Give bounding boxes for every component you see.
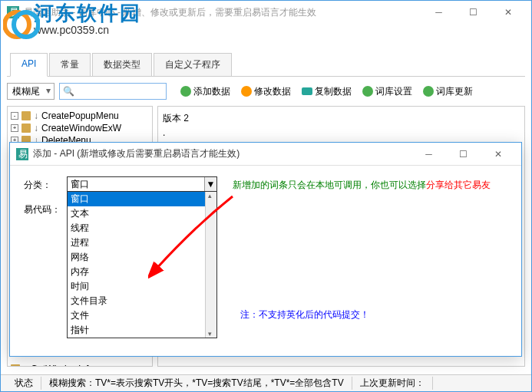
- update-button[interactable]: 词库更新: [423, 85, 473, 98]
- search-icon: 🔍: [63, 86, 74, 97]
- dropdown-option[interactable]: 窗口: [68, 192, 216, 206]
- hint-text: 新增加的词条只会在本地可调用，你也可以选择分享给其它易友: [233, 176, 491, 192]
- refresh-icon: [423, 86, 434, 97]
- tab-api[interactable]: API: [10, 53, 48, 77]
- dialog-body: 分类： 窗口 ▼ 窗口 文本 线程 进程 网络 内存 时间 文件目录 文件 指针: [10, 166, 521, 334]
- tab-custom[interactable]: 自定义子程序: [154, 53, 232, 76]
- minimize-button[interactable]: ─: [421, 2, 456, 23]
- tree-item[interactable]: +↓CreateWindowExW: [11, 122, 149, 134]
- category-label: 分类：: [24, 176, 67, 192]
- status-bar: 状态 模糊搜索：TV*=表示搜索TV开头，*TV=搜索TV结尾，*TV*=全部包…: [1, 374, 531, 391]
- search-mode-combo[interactable]: 模糊尾: [7, 83, 55, 100]
- dropdown-option[interactable]: 文本: [68, 206, 216, 221]
- edit-data-button[interactable]: 修改数据: [241, 85, 291, 98]
- code-line: 版本 2: [163, 111, 520, 126]
- search-mode-value: 模糊尾: [12, 86, 40, 97]
- dropdown-option[interactable]: 文件目录: [68, 294, 216, 308]
- code-line: .: [163, 126, 520, 140]
- tab-const[interactable]: 常量: [49, 53, 91, 76]
- chevron-down-icon[interactable]: ▼: [204, 177, 216, 191]
- tab-datatype[interactable]: 数据类型: [92, 53, 152, 76]
- doc-icon: [11, 364, 20, 367]
- svg-text:易: 易: [18, 149, 28, 160]
- status-search-hint: 模糊搜索：TV*=表示搜索TV开头，*TV=搜索TV结尾，*TV*=全部包含TV: [41, 377, 352, 390]
- window-title: 易语言助手 - 词库中心 - 新增、修改或更新后，需要重启易语言才能生效: [24, 6, 421, 19]
- status-last-update: 上次更新时间：: [352, 377, 433, 390]
- search-input[interactable]: 🔍: [59, 83, 167, 100]
- window-controls: ─ ☐ ✕: [421, 2, 525, 23]
- maximize-button[interactable]: ☐: [456, 2, 491, 23]
- add-data-button[interactable]: 添加数据: [180, 85, 230, 98]
- status-label: 状态: [7, 377, 41, 390]
- note-text: 注：不支持英化后的代码提交！: [240, 308, 369, 321]
- doc-icon: [21, 111, 31, 120]
- dropdown-option[interactable]: 指针: [68, 323, 216, 338]
- dropdown-option[interactable]: 文件: [68, 308, 216, 323]
- add-api-dialog: 易 添加 - API (新增或修改后需要重启易语言才能生效) ─ ☐ ✕ 分类：…: [9, 142, 522, 357]
- edit-icon: [241, 86, 252, 97]
- category-dropdown[interactable]: 窗口 ▼ 窗口 文本 线程 进程 网络 内存 时间 文件目录 文件 指针: [67, 176, 217, 192]
- collapse-icon[interactable]: -: [11, 112, 18, 120]
- tab-bar: API 常量 数据类型 自定义子程序: [7, 53, 525, 77]
- copy-data-button[interactable]: 复制数据: [302, 85, 352, 98]
- settings-button[interactable]: 词库设置: [362, 85, 412, 98]
- tree-item[interactable]: ↓GetWindowInfo: [11, 363, 149, 367]
- doc-icon: [21, 124, 31, 133]
- tree-item[interactable]: -↓CreatePopupMenu: [11, 110, 149, 122]
- dialog-title: 添加 - API (新增或修改后需要重启易语言才能生效): [33, 147, 411, 160]
- dropdown-scrollbar[interactable]: [205, 192, 216, 338]
- dropdown-selected: 窗口: [71, 178, 89, 191]
- plus-icon: [180, 86, 191, 97]
- dropdown-list: 窗口 文本 线程 进程 网络 内存 时间 文件目录 文件 指针: [67, 191, 217, 338]
- dialog-maximize-button[interactable]: ☐: [446, 143, 481, 165]
- dialog-titlebar: 易 添加 - API (新增或修改后需要重启易语言才能生效) ─ ☐ ✕: [10, 143, 521, 166]
- svg-text:易: 易: [9, 7, 18, 18]
- dialog-minimize-button[interactable]: ─: [411, 143, 446, 165]
- copy-icon: [302, 87, 312, 95]
- dropdown-option[interactable]: 内存: [68, 265, 216, 279]
- app-icon: 易: [7, 6, 19, 18]
- gear-icon: [362, 86, 373, 97]
- dropdown-option[interactable]: 线程: [68, 221, 216, 236]
- code-label: 易代码：: [24, 201, 67, 216]
- close-button[interactable]: ✕: [491, 2, 525, 23]
- dialog-close-button[interactable]: ✕: [481, 143, 515, 165]
- expand-icon[interactable]: +: [11, 124, 18, 132]
- dropdown-option[interactable]: 进程: [68, 236, 216, 250]
- main-titlebar: 易 易语言助手 - 词库中心 - 新增、修改或更新后，需要重启易语言才能生效 ─…: [1, 1, 531, 24]
- dropdown-option[interactable]: 时间: [68, 279, 216, 294]
- toolbar: 模糊尾 🔍 添加数据 修改数据 复制数据 词库设置 词库更新: [1, 77, 531, 106]
- app-icon: 易: [16, 148, 28, 160]
- dropdown-option[interactable]: 网络: [68, 250, 216, 265]
